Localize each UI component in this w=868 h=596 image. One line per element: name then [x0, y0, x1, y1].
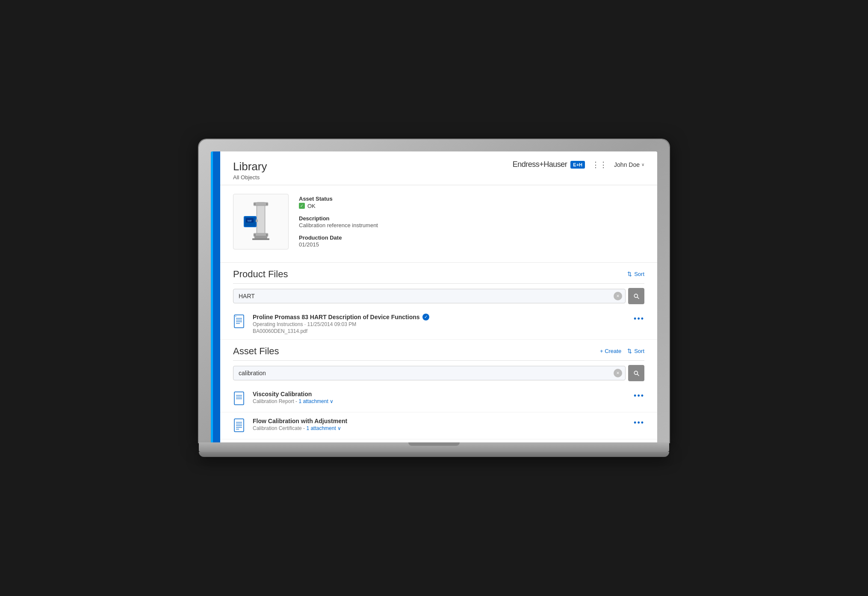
document-icon-3 — [234, 418, 246, 433]
three-dots-icon-2: ••• — [634, 391, 644, 400]
main-content: Library All Objects Endress+Hauser E+H ⋮… — [220, 151, 657, 442]
product-files-search-clear[interactable]: × — [614, 292, 622, 300]
svg-text:NMF: NMF — [248, 219, 252, 222]
asset-files-search-wrapper: × — [233, 366, 626, 380]
product-files-search-container: × — [233, 288, 644, 304]
status-check-icon: ✓ — [299, 203, 305, 209]
svg-rect-2 — [254, 202, 268, 206]
product-files-sort-button[interactable]: ⇅ Sort — [627, 271, 644, 277]
svg-rect-8 — [256, 219, 258, 222]
svg-point-10 — [266, 203, 268, 205]
product-file-name-row: Proline Promass 83 HART Description of D… — [253, 314, 628, 320]
asset-file-icon-1 — [233, 391, 247, 407]
document-icon-2 — [234, 391, 246, 406]
asset-production-date-label: Production Date — [299, 234, 644, 241]
asset-files-sort-button[interactable]: ⇅ Sort — [627, 348, 644, 354]
sidebar — [211, 151, 220, 442]
attachment-link-2[interactable]: 1 attachment — [306, 425, 336, 431]
asset-files-search-input[interactable] — [233, 366, 626, 380]
asset-files-section-header: Asset Files + Create ⇅ Sort — [220, 340, 657, 360]
asset-files-search-container: × — [233, 365, 644, 381]
document-icon: ≡ — [234, 314, 246, 329]
asset-card: NMF — [220, 185, 657, 263]
search-icon-2 — [633, 370, 640, 377]
svg-rect-21 — [234, 392, 244, 405]
asset-files-list: Viscosity Calibration Calibration Report… — [220, 385, 657, 439]
asset-file-actions-menu-1[interactable]: ••• — [634, 391, 644, 400]
product-file-meta: Operating Instructions · 11/25/2014 09:0… — [253, 321, 628, 327]
asset-description-label: Description — [299, 215, 644, 222]
three-dots-icon: ••• — [634, 314, 644, 323]
asset-file-info-1: Viscosity Calibration Calibration Report… — [253, 391, 628, 404]
asset-status-label: Asset Status — [299, 196, 644, 202]
asset-files-search-button[interactable] — [628, 365, 644, 381]
user-menu[interactable]: John Doe ∨ — [614, 161, 644, 168]
asset-status-value: ✓ OK — [299, 203, 644, 209]
product-files-list: ≡ Proline Promass 83 HART Description of… — [220, 308, 657, 340]
product-files-section-header: Product Files ⇅ Sort — [220, 263, 657, 283]
sidebar-accent — [211, 151, 213, 442]
asset-file-item-2: Flow Calibration with Adjustment Calibra… — [220, 412, 657, 439]
product-files-actions: ⇅ Sort — [627, 271, 644, 277]
product-file-item: ≡ Proline Promass 83 HART Description of… — [220, 308, 657, 340]
sort-icon-2: ⇅ — [627, 348, 632, 354]
product-file-filename: BA00060DEN_1314.pdf — [253, 328, 628, 334]
asset-file-icon-2 — [233, 418, 247, 434]
svg-rect-1 — [257, 203, 264, 236]
asset-files-divider — [233, 360, 644, 361]
svg-rect-14 — [252, 238, 269, 240]
brand-text: Endress+Hauser — [513, 160, 567, 169]
attachment-link-1[interactable]: 1 attachment — [298, 398, 328, 404]
asset-files-create-button[interactable]: + Create — [600, 348, 621, 354]
sort-icon: ⇅ — [627, 271, 632, 277]
asset-status-group: Asset Status ✓ OK — [299, 196, 644, 209]
svg-rect-25 — [234, 419, 244, 432]
asset-file-item-1: Viscosity Calibration Calibration Report… — [220, 385, 657, 412]
device-illustration: NMF — [242, 198, 280, 245]
page-title: Library — [233, 160, 267, 173]
asset-production-date-value: 01/2015 — [299, 241, 644, 248]
user-name: John Doe — [614, 161, 640, 168]
grid-icon[interactable]: ⋮⋮ — [592, 160, 607, 169]
header: Library All Objects Endress+Hauser E+H ⋮… — [220, 151, 657, 185]
asset-file-meta-1: Calibration Report - 1 attachment ∨ — [253, 398, 628, 404]
header-left: Library All Objects — [233, 160, 267, 181]
asset-image: NMF — [233, 194, 289, 249]
product-files-title: Product Files — [233, 269, 288, 280]
laptop-screen: Library All Objects Endress+Hauser E+H ⋮… — [211, 151, 657, 442]
verified-icon: ✓ — [422, 314, 429, 320]
product-files-search-button[interactable] — [628, 288, 644, 304]
asset-file-actions-menu-2[interactable]: ••• — [634, 418, 644, 427]
breadcrumb: All Objects — [233, 174, 267, 181]
asset-description-value: Calibration reference instrument — [299, 222, 644, 228]
asset-file-meta-2: Calibration Certificate - 1 attachment ∨ — [253, 425, 628, 431]
product-file-actions-menu[interactable]: ••• — [634, 314, 644, 323]
laptop-base — [199, 442, 669, 452]
asset-files-search-clear[interactable]: × — [614, 369, 622, 377]
brand-logo: Endress+Hauser E+H — [513, 160, 585, 169]
product-file-info: Proline Promass 83 HART Description of D… — [253, 314, 628, 334]
svg-point-12 — [266, 234, 268, 236]
asset-file-info-2: Flow Calibration with Adjustment Calibra… — [253, 418, 628, 431]
asset-details: Asset Status ✓ OK Description Calibratio… — [299, 194, 644, 254]
three-dots-icon-3: ••• — [634, 418, 644, 427]
asset-files-title: Asset Files — [233, 346, 279, 357]
asset-file-name-1: Viscosity Calibration — [253, 391, 628, 397]
svg-text:≡: ≡ — [235, 315, 236, 317]
laptop-bottom — [199, 452, 669, 457]
brand-badge: E+H — [570, 161, 585, 169]
product-files-divider — [233, 283, 644, 284]
search-icon — [633, 293, 640, 299]
svg-point-9 — [254, 203, 256, 205]
asset-description-group: Description Calibration reference instru… — [299, 215, 644, 228]
product-files-search-wrapper: × — [233, 289, 626, 303]
asset-files-actions: + Create ⇅ Sort — [600, 348, 644, 354]
chevron-down-icon: ∨ — [641, 162, 644, 167]
header-right: Endress+Hauser E+H ⋮⋮ John Doe ∨ — [513, 160, 644, 169]
product-file-name: Proline Promass 83 HART Description of D… — [253, 314, 420, 320]
laptop-notch — [408, 442, 460, 446]
product-files-search-input[interactable] — [233, 289, 626, 303]
asset-production-date-group: Production Date 01/2015 — [299, 234, 644, 248]
svg-rect-13 — [254, 236, 267, 238]
asset-file-name-2: Flow Calibration with Adjustment — [253, 418, 628, 424]
